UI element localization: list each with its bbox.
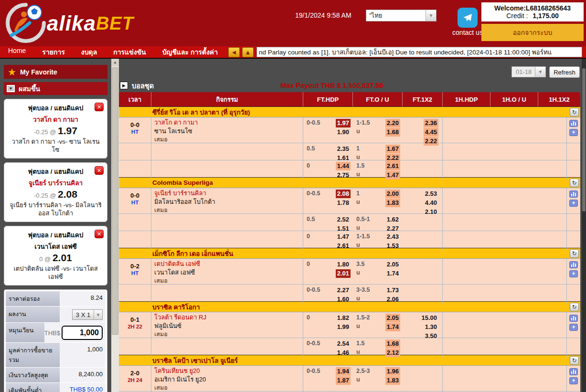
chevron-down-icon[interactable]: ▼ [426, 10, 436, 21]
odds-value[interactable]: 1.62 [385, 215, 400, 224]
mix-parlay-header[interactable]: ▼ ผสมขึ้น [4, 82, 107, 95]
away-team-name[interactable]: ซาน โลเรนโซ [154, 127, 303, 136]
odds-value[interactable]: 1.82 [336, 314, 351, 322]
home-team-name[interactable]: เตปาติตลัน เอฟซี [154, 260, 303, 268]
odds-value[interactable]: 2.00 [385, 190, 400, 198]
odds-value[interactable]: 1.96 [385, 367, 400, 376]
add-icon[interactable]: + [569, 270, 578, 277]
odds-value[interactable]: 2.05 [385, 314, 400, 322]
odds-value[interactable]: 2.20 [385, 119, 400, 127]
odds-value[interactable]: 1.97 [336, 119, 351, 127]
draw-label[interactable]: เสมอ [154, 330, 303, 339]
logout-button[interactable]: ออกจากระบบ [481, 24, 584, 41]
telegram-icon[interactable] [458, 8, 478, 28]
odds-value[interactable]: 2.01 [336, 269, 351, 278]
odds-value[interactable]: 2.75 [336, 171, 351, 180]
refresh-button[interactable]: Refresh [549, 66, 580, 78]
refresh-icon[interactable]: ↻ [570, 249, 579, 258]
chevron-down-icon[interactable]: ▼ [535, 67, 545, 77]
odds-value[interactable]: 1.87 [336, 376, 351, 385]
odds-value[interactable]: 2.36 [424, 119, 438, 127]
odds-value[interactable]: 1.44 [336, 162, 351, 170]
chart-icon[interactable] [569, 120, 578, 127]
odds-value[interactable]: 1.47 [385, 171, 400, 180]
odds-value[interactable]: 1.60 [336, 295, 351, 304]
nav-item-balance[interactable]: งบดุล [73, 47, 105, 57]
chart-icon[interactable] [569, 315, 578, 322]
draw-label[interactable]: เสมอ [154, 136, 303, 144]
odds-value[interactable]: 1.83 [385, 199, 400, 207]
home-team-name[interactable]: โวลต้า รีดอนดา RJ [154, 313, 303, 322]
odds-value[interactable]: 1.90 [336, 128, 351, 137]
up-arrow-icon[interactable]: ▲ [242, 47, 254, 57]
odds-value[interactable]: 1.74 [385, 323, 400, 331]
refresh-icon[interactable]: ↻ [570, 108, 579, 117]
add-icon[interactable]: + [569, 200, 578, 207]
chart-icon[interactable] [569, 261, 578, 268]
away-team-name[interactable]: อเมริกา มิเน่โร ยู20 [154, 375, 303, 384]
odds-value[interactable]: 1.99 [336, 323, 351, 331]
refresh-icon[interactable]: ↻ [570, 303, 579, 311]
odds-value[interactable]: 1.53 [385, 242, 400, 250]
sidebar-scrollbar[interactable]: ▲ [111, 59, 119, 392]
refresh-icon[interactable]: ↻ [570, 179, 579, 187]
refresh-icon[interactable]: ↻ [570, 356, 579, 365]
odds-value[interactable]: 2.06 [385, 295, 400, 304]
main-scroll-thumb[interactable] [582, 68, 586, 212]
chart-icon[interactable] [569, 368, 578, 375]
odds-value[interactable]: 1.30 [424, 323, 438, 331]
odds-value[interactable]: 2.27 [336, 286, 351, 295]
home-team-name[interactable]: โครินเทียนช ยู20 [154, 367, 303, 375]
brand-logo[interactable]: alika BET [5, 2, 134, 45]
close-icon[interactable]: ✕ [95, 166, 104, 175]
away-team-name[interactable]: มิลโลนาริออส โบโกต้า [154, 198, 303, 206]
odds-value[interactable]: 2.43 [385, 233, 400, 241]
my-favorite-header[interactable]: ★ My Favorite [4, 65, 107, 79]
collapse-arrow-icon[interactable]: ▼ [7, 85, 15, 92]
odds-value[interactable]: 1.94 [336, 367, 351, 376]
main-scrollbar[interactable] [582, 59, 586, 392]
away-team-name[interactable]: เวนาโดส เอฟซี [154, 268, 303, 277]
odds-value[interactable]: 1.83 [385, 376, 400, 385]
result-select[interactable]: 3 X 1▼ [72, 309, 103, 320]
add-icon[interactable]: + [569, 324, 578, 331]
odds-value[interactable]: 1.80 [336, 260, 351, 269]
odds-value[interactable]: 4.45 [424, 128, 438, 137]
contact-us[interactable]: contact us [452, 8, 483, 36]
sidebar-scroll-thumb[interactable] [112, 67, 118, 335]
odds-value[interactable]: 1.73 [385, 286, 400, 295]
odds-value[interactable]: 1.68 [385, 128, 400, 137]
nav-item-home[interactable]: Home [0, 47, 34, 57]
nav-item-list[interactable]: รายการ [34, 47, 73, 57]
stake-input[interactable] [62, 326, 103, 340]
nav-item-account-settings[interactable]: บัญชีและ การตั้งค่า [154, 47, 226, 57]
away-team-name[interactable]: ฟลูมิเน้นซ์ [154, 322, 303, 330]
add-icon[interactable]: + [569, 377, 578, 384]
draw-label[interactable]: เสมอ [154, 384, 303, 392]
chart-icon[interactable] [569, 191, 578, 198]
odds-value[interactable]: 2.53 [424, 190, 438, 198]
odds-value[interactable]: 15.00 [420, 314, 438, 322]
odds-value[interactable]: 2.54 [336, 339, 351, 348]
odds-value[interactable]: 2.08 [336, 190, 351, 198]
nav-item-competition[interactable]: การแข่งขัน [105, 47, 154, 57]
draw-label[interactable]: เสมอ [154, 206, 303, 214]
date-filter-select[interactable]: 01-18 ▼ [511, 66, 546, 77]
odds-value[interactable]: 1.46 [336, 349, 351, 357]
home-team-name[interactable]: จูเนียร์ บาร์รานคิลา [154, 189, 303, 198]
add-icon[interactable]: + [569, 129, 578, 136]
odds-value[interactable]: 1.78 [336, 199, 351, 207]
home-team-name[interactable]: วาสโก ดา กามา [154, 118, 303, 127]
draw-label[interactable]: เสมอ [154, 277, 303, 285]
odds-value[interactable]: 1.68 [385, 339, 400, 348]
left-arrow-icon[interactable]: ◄ [228, 47, 240, 57]
close-icon[interactable]: ✕ [95, 230, 104, 238]
odds-value[interactable]: 2.35 [336, 145, 351, 153]
odds-value[interactable]: 1.67 [385, 145, 400, 153]
language-select[interactable]: "ไทย ▼ [366, 10, 437, 21]
odds-value[interactable]: 2.52 [336, 215, 351, 224]
chevron-down-icon[interactable]: ▼ [94, 310, 102, 319]
odds-value[interactable]: 2.12 [385, 349, 400, 357]
odds-value[interactable]: 1.74 [385, 269, 400, 278]
odds-value[interactable]: 1.47 [336, 233, 351, 241]
